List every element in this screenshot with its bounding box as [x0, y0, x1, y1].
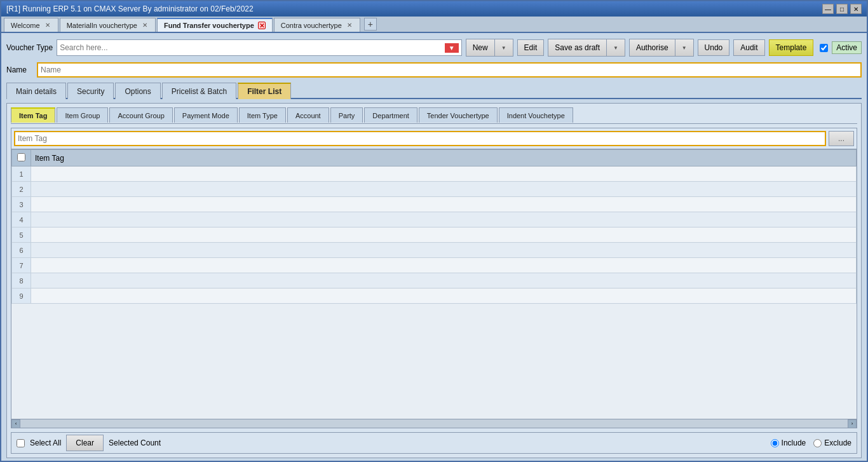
select-all-checkbox[interactable] [17, 439, 25, 447]
item-tag-search-row: ... [11, 128, 857, 149]
voucher-type-dropdown-button[interactable]: ▼ [445, 43, 459, 53]
minimize-button[interactable]: — [822, 4, 834, 14]
clear-button[interactable]: Clear [66, 435, 104, 451]
tab-fundtransfer[interactable]: Fund Transfer vouchertype ✕ [157, 18, 273, 32]
maximize-button[interactable]: □ [836, 4, 848, 14]
include-radio[interactable] [771, 439, 779, 447]
sub-tab-item-tag[interactable]: Item Tag [11, 107, 55, 123]
nav-tab-main-details[interactable]: Main details [6, 83, 66, 99]
sub-tab-tender-vouchertype[interactable]: Tender Vouchertype [419, 107, 498, 123]
sub-tab-department[interactable]: Department [364, 107, 417, 123]
sub-tab-payment-mode[interactable]: Payment Mode [174, 107, 238, 123]
tab-welcome-label: Welcome [11, 22, 40, 29]
window-controls: — □ ✕ [822, 4, 862, 14]
tab-contra-close[interactable]: ✕ [346, 22, 353, 29]
title-bar: [R1] Running ERP 5.1 on CMAX Server By a… [1, 1, 867, 17]
row-number-cell: 4 [12, 212, 31, 228]
item-tag-search-input[interactable] [14, 131, 826, 146]
active-checkbox[interactable] [820, 44, 828, 52]
new-dropdown-button[interactable]: ▼ [495, 39, 513, 56]
row-number-cell: 8 [12, 273, 31, 289]
select-all-label: Select All [30, 438, 61, 447]
voucher-type-label: Voucher Type [6, 43, 53, 52]
item-tag-cell [31, 273, 857, 289]
new-button[interactable]: New [466, 39, 495, 56]
table-row: 1 [12, 166, 857, 182]
table-body: 123456789 [12, 166, 857, 304]
audit-button[interactable]: Audit [733, 39, 764, 56]
item-tag-header: Item Tag [31, 150, 857, 166]
active-section: Active [820, 41, 862, 54]
authorise-dropdown-button[interactable]: ▼ [675, 39, 693, 56]
tab-fundtransfer-label: Fund Transfer vouchertype [164, 22, 254, 29]
tab-welcome-close[interactable]: ✕ [44, 22, 51, 29]
table-row: 9 [12, 289, 857, 304]
nav-tab-security[interactable]: Security [67, 83, 114, 99]
voucher-type-search-input[interactable] [60, 43, 445, 52]
exclude-option[interactable]: Exclude [813, 438, 851, 447]
table-row: 2 [12, 182, 857, 197]
row-number-cell: 5 [12, 228, 31, 243]
sub-tab-indent-vouchetype[interactable]: Indent Vouchetype [499, 107, 573, 123]
tab-fundtransfer-close[interactable]: ✕ [258, 22, 266, 29]
authorise-button[interactable]: Authorise [630, 39, 675, 56]
main-content: Voucher Type ▼ New ▼ Edit Save as draft … [1, 33, 867, 462]
new-tab-button[interactable]: + [364, 18, 377, 31]
nav-tab-pricelist-batch[interactable]: Pricelist & Batch [162, 83, 236, 99]
selected-count-label: Selected Count [109, 438, 161, 447]
sub-tabs: Item Tag Item Group Account Group Paymen… [11, 107, 857, 124]
row-number-cell: 9 [12, 289, 31, 304]
tab-materialin-label: MaterialIn vouchertype [67, 22, 137, 29]
close-button[interactable]: ✕ [850, 4, 862, 14]
row-number-cell: 1 [12, 166, 31, 182]
exclude-radio[interactable] [813, 439, 822, 447]
sub-tab-account[interactable]: Account [287, 107, 329, 123]
toolbar: Voucher Type ▼ New ▼ Edit Save as draft … [6, 38, 862, 57]
template-button[interactable]: Template [769, 39, 814, 56]
header-checkbox[interactable] [17, 153, 25, 161]
name-input[interactable] [37, 62, 862, 78]
data-table[interactable]: Item Tag 123456789 [11, 149, 857, 419]
title-text: [R1] Running ERP 5.1 on CMAX Server By a… [6, 4, 254, 13]
item-tag-cell [31, 166, 857, 182]
tab-contra[interactable]: Contra vouchertype ✕ [274, 18, 360, 32]
item-tag-cell [31, 197, 857, 212]
bottom-bar: Select All Clear Selected Count Include … [11, 432, 857, 454]
item-tag-cell [31, 258, 857, 273]
sub-tab-party[interactable]: Party [330, 107, 363, 123]
horizontal-scrollbar[interactable]: ‹ › [11, 419, 857, 428]
edit-button[interactable]: Edit [517, 39, 545, 56]
save-draft-button[interactable]: Save as draft [548, 39, 607, 56]
nav-tabs: Main details Security Options Pricelist … [6, 83, 862, 99]
sub-tab-item-group[interactable]: Item Group [57, 107, 108, 123]
table-row: 4 [12, 212, 857, 228]
new-dropdown-arrow: ▼ [501, 45, 506, 51]
bottom-right: Include Exclude [771, 438, 851, 447]
save-draft-button-group: Save as draft ▼ [548, 39, 625, 57]
tab-materialin[interactable]: MaterialIn vouchertype ✕ [60, 18, 156, 32]
item-tag-browse-button[interactable]: ... [829, 131, 854, 146]
nav-tab-options[interactable]: Options [115, 83, 160, 99]
authorise-button-group: Authorise ▼ [629, 39, 694, 57]
undo-button[interactable]: Undo [698, 39, 730, 56]
sub-tab-item-type[interactable]: Item Type [239, 107, 286, 123]
table-row: 3 [12, 197, 857, 212]
item-tag-cell [31, 289, 857, 304]
save-draft-dropdown-button[interactable]: ▼ [607, 39, 625, 56]
save-draft-dropdown-arrow: ▼ [613, 45, 618, 51]
sub-tab-account-group[interactable]: Account Group [109, 107, 172, 123]
scroll-right-button[interactable]: › [848, 419, 857, 428]
table-row: 8 [12, 273, 857, 289]
tab-welcome[interactable]: Welcome ✕ [4, 18, 58, 32]
include-option[interactable]: Include [771, 438, 806, 447]
search-container: ▼ [57, 39, 462, 56]
scroll-left-button[interactable]: ‹ [11, 419, 20, 428]
nav-tab-filter-list[interactable]: Filter List [238, 83, 291, 99]
table-row: 5 [12, 228, 857, 243]
authorise-dropdown-arrow: ▼ [682, 45, 687, 51]
new-button-group: New ▼ [466, 39, 513, 57]
tab-materialin-close[interactable]: ✕ [141, 22, 149, 29]
table-header-row: Item Tag [12, 150, 857, 166]
tab-bar: Welcome ✕ MaterialIn vouchertype ✕ Fund … [1, 17, 867, 33]
bottom-left: Select All Clear Selected Count [17, 435, 161, 451]
